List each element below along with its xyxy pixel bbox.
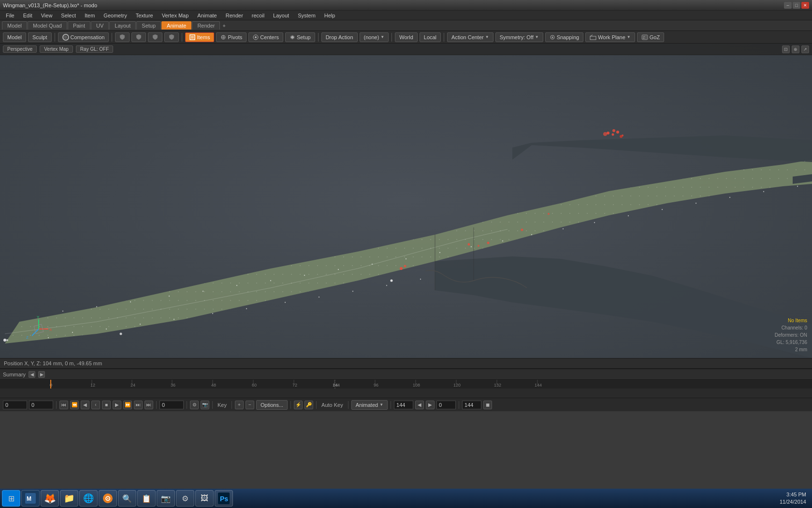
taskbar-app1-button[interactable]: ⊙ <box>99 490 117 507</box>
shield-btn-3[interactable] <box>148 32 162 42</box>
tab-model-quad[interactable]: Model Quad <box>28 21 67 30</box>
frame-range-3[interactable] <box>462 401 481 409</box>
separator-5 <box>392 33 392 42</box>
viewport-geometry <box>0 44 812 358</box>
taskbar-start-button[interactable]: ⊞ <box>2 490 20 507</box>
bake-button[interactable]: ⚡ <box>294 401 303 409</box>
menu-animate[interactable]: Animate <box>193 12 220 19</box>
local-button[interactable]: Local <box>420 32 441 42</box>
menu-render[interactable]: Render <box>222 12 247 19</box>
menu-texture[interactable]: Texture <box>132 12 157 19</box>
drop-action-button[interactable]: Drop Action <box>321 32 358 42</box>
shield-btn-1[interactable] <box>115 32 130 42</box>
tab-paint[interactable]: Paint <box>68 21 90 30</box>
menu-geometry[interactable]: Geometry <box>100 12 130 19</box>
minimize-button[interactable]: – <box>784 2 792 9</box>
maximize-button[interactable]: □ <box>793 2 800 9</box>
play-forward-button[interactable]: ▶ <box>113 401 121 409</box>
viewport-zoom-button[interactable]: ⊕ <box>792 45 799 53</box>
frame-start-input[interactable] <box>3 401 27 409</box>
menu-recoil[interactable]: recoil <box>248 12 268 19</box>
timeline-prev-button[interactable]: ◀ <box>29 371 35 378</box>
viewport-3d[interactable]: Perspective Vertex Map Ray GL: OFF ⊡ ⊕ ↗… <box>0 44 812 358</box>
next-key-button[interactable]: ⏭ <box>134 401 143 409</box>
work-plane-button[interactable]: Work Plane ▼ <box>585 32 635 42</box>
frame-range-prev[interactable]: ◀ <box>415 401 424 409</box>
shield-btn-2[interactable] <box>131 32 146 42</box>
world-button[interactable]: World <box>395 32 418 42</box>
timeline-next-button[interactable]: ▶ <box>38 371 45 378</box>
taskbar-app3-button[interactable]: 📋 <box>137 490 156 507</box>
tab-add-button[interactable]: + <box>222 23 225 29</box>
frame-range-2[interactable] <box>436 401 456 409</box>
menu-item[interactable]: Item <box>81 12 99 19</box>
taskbar-folder-button[interactable]: 📁 <box>60 490 78 507</box>
taskbar-browser-button[interactable]: 🌐 <box>79 490 98 507</box>
go-to-end-button[interactable]: ⏭ <box>145 401 153 409</box>
menu-system[interactable]: System <box>294 12 319 19</box>
ray-gl-button[interactable]: Ray GL: OFF <box>76 45 113 53</box>
taskbar-app4-button[interactable]: 📷 <box>157 490 175 507</box>
options-button[interactable]: Options... <box>256 400 288 410</box>
tab-uv[interactable]: UV <box>91 21 109 30</box>
frame-current-input[interactable] <box>29 401 53 409</box>
frame-end-button[interactable]: ◼ <box>483 401 492 409</box>
viewport-expand-button[interactable]: ↗ <box>801 45 809 53</box>
menu-file[interactable]: File <box>2 12 18 19</box>
tab-layout[interactable]: Layout <box>109 21 136 30</box>
model-button[interactable]: Model <box>3 32 26 42</box>
key-remove-button[interactable]: − <box>246 401 254 409</box>
menu-layout[interactable]: Layout <box>269 12 293 19</box>
taskbar-app5-button[interactable]: ⚙ <box>176 490 194 507</box>
go-to-start-button[interactable]: ⏮ <box>59 401 68 409</box>
items-button[interactable]: Items <box>185 32 214 42</box>
close-button[interactable]: ✕ <box>801 2 809 9</box>
step-back-small-button[interactable]: ‹ <box>91 401 100 409</box>
none-dropdown[interactable]: (none) ▼ <box>360 32 389 42</box>
key-tool-button[interactable]: 🔑 <box>304 401 313 409</box>
options-label: Options... <box>261 402 283 408</box>
symmetry-button[interactable]: Symmetry: Off ▼ <box>495 32 543 42</box>
play-forward-fast-button[interactable]: ⏩ <box>123 401 132 409</box>
timeline-ruler[interactable]: 0 12 24 36 48 60 72 84 96 108 <box>0 380 812 388</box>
compensation-button[interactable]: ◎ Compensation <box>58 32 109 42</box>
centers-button[interactable]: Centers <box>248 32 283 42</box>
taskbar-firefox-button[interactable]: 🦊 <box>41 490 59 507</box>
prev-key-button[interactable]: ⏪ <box>70 401 79 409</box>
taskbar-modo-button[interactable]: M <box>21 490 40 507</box>
key-add-button[interactable]: + <box>235 401 244 409</box>
menu-vertex-map[interactable]: Vertex Map <box>158 12 193 19</box>
svg-point-54 <box>270 280 271 281</box>
setup-button[interactable]: Setup <box>285 32 315 42</box>
tab-model[interactable]: Model <box>2 21 27 30</box>
vertex-map-button[interactable]: Vertex Map <box>40 45 73 53</box>
taskbar-app2-button[interactable]: 🔍 <box>118 490 136 507</box>
action-center-button[interactable]: Action Center ▼ <box>447 32 493 42</box>
step-back-button[interactable]: ◀ <box>81 401 89 409</box>
frame-end-input[interactable] <box>160 401 184 409</box>
sculpt-button[interactable]: Sculpt <box>28 32 52 42</box>
menu-view[interactable]: View <box>37 12 57 19</box>
frame-range-1[interactable] <box>394 401 413 409</box>
perspective-button[interactable]: Perspective <box>3 45 37 53</box>
animated-dropdown[interactable]: Animated ▼ <box>351 400 388 410</box>
stop-button[interactable]: ■ <box>102 401 111 409</box>
tab-render[interactable]: Render <box>192 21 220 30</box>
menu-help[interactable]: Help <box>320 12 339 19</box>
viewport-fit-button[interactable]: ⊡ <box>782 45 790 53</box>
tab-setup[interactable]: Setup <box>136 21 161 30</box>
goz-button[interactable]: Z GoZ <box>637 32 664 42</box>
frame-range-next[interactable]: ▶ <box>426 401 435 409</box>
snapping-button[interactable]: Snapping <box>545 32 584 42</box>
menu-edit[interactable]: Edit <box>19 12 36 19</box>
tab-animate[interactable]: Animate <box>161 21 191 30</box>
svg-rect-1 <box>191 36 194 39</box>
pivots-button[interactable]: Pivots <box>216 32 246 42</box>
record-button[interactable]: ⚙ <box>190 401 199 409</box>
shield-icon-4 <box>169 34 174 40</box>
taskbar-app6-button[interactable]: 🖼 <box>195 490 214 507</box>
taskbar-photoshop-button[interactable]: Ps <box>215 490 233 507</box>
menu-select[interactable]: Select <box>57 12 80 19</box>
camera-button[interactable]: 📷 <box>201 401 209 409</box>
shield-btn-4[interactable] <box>164 32 179 42</box>
